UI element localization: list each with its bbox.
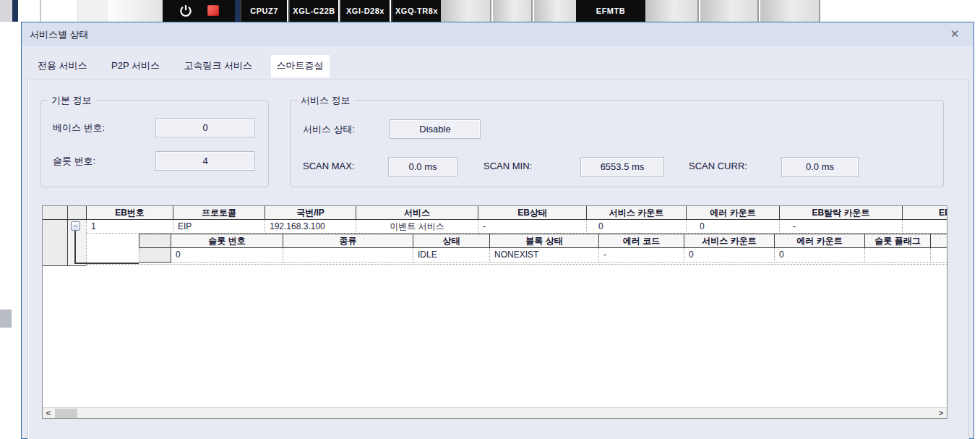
- scan-max-label: SCAN MAX:: [303, 161, 355, 171]
- col-header-eb-status: EB상태: [478, 206, 587, 220]
- rack-module-xgq: XGQ-TR8x: [391, 0, 441, 22]
- rack-module-label: EFMTB: [596, 7, 625, 15]
- subrow-block-status[interactable]: NONEXIST: [490, 248, 599, 263]
- scan-curr-value: 0.0 ms: [781, 157, 859, 176]
- rack-empty-slot: [700, 0, 759, 22]
- row1-eb-no[interactable]: 1: [87, 220, 173, 234]
- subrow-header-cell[interactable]: [139, 248, 171, 263]
- tab-p2p-service[interactable]: P2P 서비스: [106, 55, 166, 77]
- col-header-service: 서비스: [356, 206, 478, 220]
- subrow-kind[interactable]: [283, 248, 413, 263]
- dialog-titlebar[interactable]: 서비스별 상태 ✕: [22, 22, 973, 46]
- subcol-header-slot-no: 슬롯 번호: [171, 234, 283, 248]
- background-rack: CPUZ7 XGL-C22B XGI-D28x XGQ-TR8x EFMTB: [0, 0, 980, 22]
- row1-error-count[interactable]: 0: [687, 220, 780, 234]
- scan-min-value: 6553.5 ms: [580, 157, 664, 176]
- block-bottom-dotted-line: [87, 264, 947, 265]
- subcol-header-service-count: 서비스 카운트: [684, 234, 775, 248]
- rack-empty-slot: [441, 0, 491, 22]
- slot-number-label: 슬롯 번호:: [53, 155, 95, 168]
- rack-module-xgi: XGI-D28x: [340, 0, 390, 22]
- service-status-dialog: 서비스별 상태 ✕ 전용 서비스 P2P 서비스 고속링크 서비스 스마트증설 …: [21, 22, 974, 439]
- scrollbar-thumb[interactable]: [55, 409, 77, 418]
- rack-empty-slot: [493, 0, 533, 22]
- subrow-status[interactable]: IDLE: [413, 248, 490, 263]
- rack-empty-slot: [534, 0, 576, 22]
- base-number-value: 0: [155, 118, 255, 137]
- tab-page-panel: 기본 정보 베이스 번호: 0 슬롯 번호: 4 서비스 정보 서비스 상태: …: [27, 79, 969, 439]
- bg-light-pane: [77, 0, 108, 22]
- tab-dedicated-service[interactable]: 전용 서비스: [32, 55, 93, 77]
- bg-left-gray-pane: [0, 0, 12, 22]
- subcol-header-error-count: 에러 카운트: [775, 234, 865, 248]
- col-header-eb-no: EB번호: [87, 206, 173, 220]
- horizontal-scrollbar[interactable]: < >: [43, 407, 947, 418]
- slot-number-value: 4: [155, 151, 255, 171]
- rack-module-efmtb: EFMTB: [576, 0, 645, 22]
- subcol-header-kind: 종류: [283, 234, 413, 248]
- row1-clipped-cell[interactable]: [903, 220, 947, 234]
- subrow-slot-no[interactable]: 0: [171, 248, 283, 263]
- subcol-header-status: 상태: [413, 234, 490, 248]
- rack-empty-slot: [645, 0, 699, 22]
- base-number-label: 베이스 번호:: [53, 122, 105, 135]
- bg-white-pane-2: [41, 0, 77, 22]
- bg-navy-bar: [12, 0, 18, 22]
- row1-service-count[interactable]: 0: [587, 220, 687, 234]
- service-status-value: Disable: [390, 119, 481, 139]
- service-status-label: 서비스 상태:: [303, 123, 355, 136]
- subrow-service-count[interactable]: 0: [684, 248, 775, 263]
- subgrid-corner-cell: [139, 234, 171, 248]
- scan-max-value: 0.0 ms: [388, 157, 457, 176]
- subcol-header-blank: [931, 234, 947, 248]
- subcol-header-slot-flag: 슬롯 플래그: [865, 234, 931, 248]
- col-header-station-ip: 국번/IP: [265, 206, 356, 220]
- scroll-right-icon[interactable]: >: [935, 408, 947, 419]
- tab-highspeed-link-service[interactable]: 고속링크 서비스: [178, 55, 258, 77]
- row1-header-cell[interactable]: [43, 220, 68, 266]
- col-header-service-count: 서비스 카운트: [587, 206, 687, 220]
- background-left-widget: [0, 310, 12, 328]
- collapse-icon[interactable]: −: [71, 221, 80, 231]
- col-header-eb-dropout-count: EB탈락 카운트: [780, 206, 903, 220]
- rack-module-label: XGI-D28x: [346, 7, 384, 15]
- scan-min-label: SCAN MIN:: [483, 161, 532, 171]
- rack-power-module: [163, 0, 235, 22]
- rack-empty-slot: [760, 0, 820, 22]
- subcol-header-block-status: 블록 상태: [490, 234, 599, 248]
- eb-status-grid: EB번호 프로토콜 국번/IP 서비스 EB상태 서비스 카운트 에러 카운트 …: [42, 205, 947, 419]
- basic-info-group-title: 기본 정보: [48, 94, 95, 107]
- service-info-group-title: 서비스 정보: [297, 94, 354, 107]
- col-header-clipped: EB: [903, 206, 947, 220]
- subrow-slot-flag[interactable]: [865, 248, 931, 263]
- col-header-protocol: 프로토콜: [173, 206, 265, 220]
- scroll-left-icon[interactable]: <: [43, 408, 54, 419]
- subcol-header-error-code: 에러 코드: [599, 234, 684, 248]
- grid-expand-column-header: [68, 206, 87, 220]
- scan-curr-label: SCAN CURR:: [689, 161, 747, 171]
- row1-protocol[interactable]: EIP: [173, 220, 265, 234]
- rack-module-xgl: XGL-C22B: [288, 0, 338, 22]
- grid-corner-cell: [43, 206, 68, 220]
- row1-eb-dropout-count[interactable]: -: [780, 220, 903, 234]
- col-header-error-count: 에러 카운트: [687, 206, 780, 220]
- row1-station-ip[interactable]: 192.168.3.100: [265, 220, 356, 234]
- bg-gradient-pane: [108, 0, 163, 22]
- tab-smart-extension[interactable]: 스마트증설: [271, 55, 330, 77]
- subrow-error-code[interactable]: -: [599, 248, 684, 263]
- dialog-title: 서비스별 상태: [30, 28, 89, 41]
- power-icon: [179, 4, 193, 18]
- power-led: [207, 5, 219, 16]
- rack-module-cpu: CPUZ7: [240, 0, 287, 22]
- subrow-blank[interactable]: [931, 248, 947, 263]
- rack-navy-separator: [235, 0, 240, 22]
- rack-module-label: XGQ-TR8x: [395, 7, 438, 15]
- row1-service[interactable]: 이벤트 서비스: [356, 220, 478, 234]
- close-icon[interactable]: ✕: [947, 27, 962, 41]
- service-info-group: 서비스 정보 서비스 상태: Disable SCAN MAX: 0.0 ms …: [290, 100, 944, 187]
- subrow-error-count[interactable]: 0: [775, 248, 865, 263]
- row1-eb-status[interactable]: -: [478, 220, 587, 234]
- rack-module-label: XGL-C22B: [293, 7, 335, 15]
- tree-line-vertical: [74, 231, 76, 263]
- rack-module-label: CPUZ7: [250, 7, 278, 15]
